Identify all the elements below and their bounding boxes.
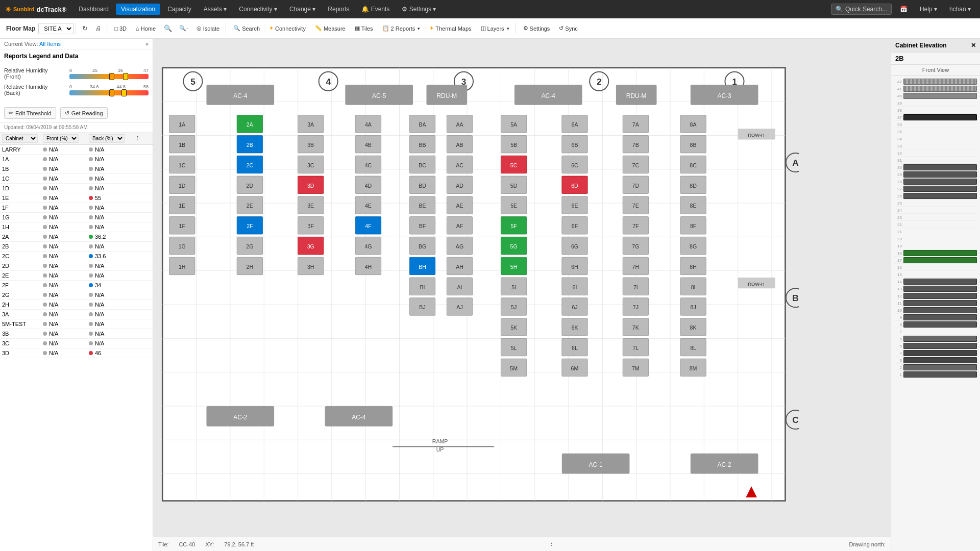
nav-visualization[interactable]: Visualization	[116, 4, 160, 15]
cell-front: N/A	[43, 350, 89, 356]
nav-events[interactable]: 🔔 Events	[356, 4, 395, 15]
app-name: dcTrack®	[37, 6, 67, 13]
cell-back: N/A	[89, 292, 135, 298]
svg-text:4A: 4A	[365, 121, 372, 128]
floor-plan-svg[interactable]: 5 4 3 2 1 A B C AC-4 AC-5 RDU-M AC	[156, 46, 799, 536]
nav-change[interactable]: Change ▾	[284, 4, 321, 15]
nav-settings[interactable]: ⚙ Settings ▾	[397, 4, 441, 15]
svg-text:3C: 3C	[307, 162, 314, 168]
cabinet-filter-select[interactable]: Cabinet	[2, 134, 38, 143]
table-row[interactable]: 1F N/A N/A	[0, 203, 153, 213]
svg-text:BH: BH	[419, 264, 426, 270]
table-row[interactable]: 2E N/A N/A	[0, 271, 153, 281]
svg-text:2G: 2G	[246, 243, 253, 249]
home-button[interactable]: ⌂ Home	[132, 23, 160, 34]
measure-button[interactable]: 📏 Measure	[311, 23, 350, 34]
table-row[interactable]: 5M-TEST N/A N/A	[0, 319, 153, 329]
refresh-button[interactable]: ↻	[79, 22, 91, 34]
table-row[interactable]: 3A N/A N/A	[0, 310, 153, 319]
print-button[interactable]: 🖨	[92, 22, 105, 34]
cell-back: N/A	[89, 176, 135, 182]
layers-button[interactable]: ◫ Layers ▾	[477, 23, 513, 34]
nav-capacity[interactable]: Capacity	[162, 4, 197, 15]
zoom-in-button[interactable]: 🔍	[161, 22, 175, 34]
edit-threshold-button[interactable]: ✏ Edit Threshold	[4, 107, 56, 119]
nav-connectivity[interactable]: Connectivity ▾	[234, 4, 282, 15]
rack-unit-12: 12	[894, 293, 977, 299]
table-row[interactable]: 1G N/A N/A	[0, 213, 153, 222]
sync-icon: ↺	[559, 25, 564, 32]
table-row[interactable]: 2H N/A N/A	[0, 300, 153, 310]
svg-text:6C: 6C	[571, 162, 578, 168]
isolate-button[interactable]: ◎ Isolate	[192, 23, 224, 34]
reports-button[interactable]: 📋 2 Reports ▾	[378, 23, 425, 34]
nav-assets[interactable]: Assets ▾	[199, 4, 232, 15]
table-row[interactable]: 2G N/A N/A	[0, 290, 153, 300]
svg-text:AC-4: AC-4	[542, 93, 556, 100]
table-row[interactable]: 3B N/A N/A	[0, 329, 153, 339]
table-row[interactable]: 2D N/A N/A	[0, 261, 153, 271]
current-view-label: Current View:	[4, 41, 38, 47]
collapse-panel-button[interactable]: «	[145, 41, 149, 47]
more-options[interactable]: ⋮	[549, 541, 554, 547]
search-button[interactable]: 🔍 Search	[229, 23, 264, 34]
table-row[interactable]: 1B N/A N/A	[0, 164, 153, 174]
svg-text:BI: BI	[420, 284, 425, 290]
front-filter-select[interactable]: Front (%)	[43, 134, 79, 143]
more-options-icon[interactable]: ⋮	[135, 135, 145, 142]
quick-search-box[interactable]: 🔍 Quick Search...	[831, 4, 892, 15]
svg-text:AH: AH	[456, 264, 463, 270]
cell-cabinet: 1H	[2, 224, 43, 230]
table-row[interactable]: 1H N/A N/A	[0, 222, 153, 232]
ce-panel-header: Cabinet Elevation ✕	[891, 39, 980, 53]
connectivity-button[interactable]: ✦ Connectivity	[265, 23, 310, 34]
table-row[interactable]: 1D N/A N/A	[0, 184, 153, 193]
settings-button[interactable]: ⚙ Settings	[519, 23, 554, 34]
svg-text:3F: 3F	[308, 223, 314, 229]
svg-text:AC-5: AC-5	[372, 93, 386, 100]
sync-button[interactable]: ↺ Sync	[555, 23, 581, 34]
svg-text:6E: 6E	[571, 203, 578, 209]
nav-reports[interactable]: Reports	[323, 4, 354, 15]
all-items-link[interactable]: All Items	[39, 41, 61, 47]
tiles-icon: ▦	[355, 25, 360, 32]
cell-back: N/A	[89, 224, 135, 230]
tiles-button[interactable]: ▦ Tiles	[351, 23, 377, 34]
cell-cabinet: 2D	[2, 263, 43, 269]
status-bar: Tile: CC-40 XY: 79.2, 56.7 ft ⋮ Drawing …	[153, 537, 891, 551]
table-row[interactable]: 3D N/A 46	[0, 348, 153, 358]
site-selector[interactable]: SITE A	[38, 23, 74, 34]
rack-unit-1: 1	[894, 371, 977, 378]
table-row[interactable]: 2B N/A N/A	[0, 242, 153, 252]
user-menu[interactable]: hchan ▾	[945, 4, 975, 15]
top-navigation: ☀ Sunbird dcTrack® Dashboard Visualizati…	[0, 0, 980, 18]
svg-text:3D: 3D	[307, 183, 314, 189]
thermal-maps-button[interactable]: ✦ Thermal Maps	[425, 23, 475, 34]
svg-text:5K: 5K	[510, 324, 517, 331]
ce-title: Cabinet Elevation	[895, 42, 947, 49]
get-reading-button[interactable]: ↺ Get Reading	[60, 107, 108, 119]
legend-marker-front-1	[109, 73, 114, 80]
ce-rack-view: 42 41 40 39 38	[891, 76, 980, 551]
zoom-out-button[interactable]: 🔍-	[176, 23, 191, 34]
table-row[interactable]: 1E N/A 55	[0, 193, 153, 203]
map-area[interactable]: 5 4 3 2 1 A B C AC-4 AC-5 RDU-M AC	[153, 39, 891, 551]
svg-text:6A: 6A	[571, 121, 578, 128]
table-row[interactable]: 2C N/A 33.6	[0, 252, 153, 261]
back-filter-select[interactable]: Back (%)	[89, 134, 125, 143]
close-icon[interactable]: ✕	[971, 42, 976, 49]
legend-body: Relative Humidity (Front) 0253647 Relati…	[0, 63, 153, 104]
svg-text:BJ: BJ	[419, 304, 425, 310]
cell-front: N/A	[43, 253, 89, 259]
3d-button[interactable]: □ 3D	[110, 23, 131, 34]
table-row[interactable]: 1C N/A N/A	[0, 174, 153, 184]
table-row[interactable]: LARRY N/A N/A	[0, 145, 153, 155]
table-row[interactable]: 3C N/A N/A	[0, 339, 153, 348]
table-row[interactable]: 1A N/A N/A	[0, 155, 153, 164]
calendar-icon[interactable]: 📅	[896, 4, 912, 15]
help-button[interactable]: Help ▾	[916, 4, 941, 15]
nav-dashboard[interactable]: Dashboard	[74, 4, 114, 15]
svg-text:2F: 2F	[247, 223, 253, 229]
table-row[interactable]: 2A N/A 36.2	[0, 232, 153, 242]
table-row[interactable]: 2F N/A 34	[0, 281, 153, 290]
